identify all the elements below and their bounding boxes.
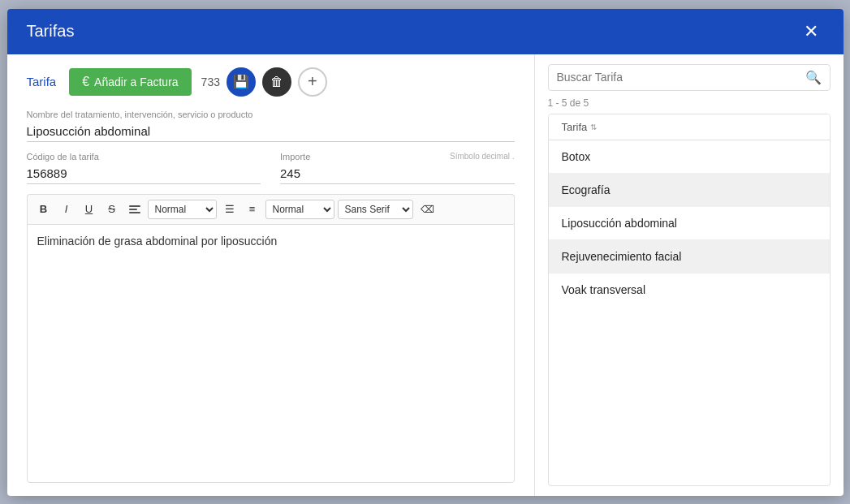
search-icon: 🔍 bbox=[805, 70, 822, 85]
tarifa-table: Tarifa ⇅ BotoxEcografíaLiposucción abdom… bbox=[548, 114, 831, 486]
close-button[interactable]: ✕ bbox=[798, 19, 824, 45]
top-bar: Tarifa € Añadir a Factura 733 💾 🗑 + bbox=[27, 67, 515, 97]
tarifa-row[interactable]: Rejuvenecimiento facial bbox=[549, 240, 830, 274]
invoice-count: 733 bbox=[201, 75, 220, 88]
tarifa-section-label: Tarifa bbox=[27, 75, 57, 88]
eraser-icon: ⌫ bbox=[421, 204, 434, 215]
results-info: 1 - 5 de 5 bbox=[548, 97, 831, 109]
heading-select-2[interactable]: Normal Heading 1 bbox=[265, 200, 334, 219]
plus-icon: + bbox=[308, 72, 317, 91]
strikethrough-button[interactable]: S bbox=[102, 200, 122, 219]
delete-button[interactable]: 🗑 bbox=[262, 67, 291, 97]
name-value[interactable]: Liposucción abdominal bbox=[27, 121, 515, 142]
name-field-group: Nombre del tratamiento, intervención, se… bbox=[27, 110, 515, 142]
ordered-list-icon: ☰ bbox=[225, 203, 235, 215]
trash-icon: 🗑 bbox=[270, 75, 283, 89]
left-panel: Tarifa € Añadir a Factura 733 💾 🗑 + bbox=[7, 54, 535, 496]
add-new-button[interactable]: + bbox=[298, 67, 327, 97]
search-input[interactable] bbox=[557, 71, 805, 84]
tarifa-row[interactable]: Ecografía bbox=[549, 174, 830, 207]
modal-overlay: Tarifas ✕ Tarifa € Añadir a Factura 733 … bbox=[0, 0, 850, 504]
decimal-label: Símbolo decimal . bbox=[450, 152, 514, 161]
editor-toolbar: B I U S Normal Heading 1 Heading 2 bbox=[27, 194, 515, 224]
add-to-invoice-button[interactable]: € Añadir a Factura bbox=[69, 68, 191, 96]
name-label: Nombre del tratamiento, intervención, se… bbox=[27, 110, 515, 119]
heading-select-1[interactable]: Normal Heading 1 Heading 2 bbox=[148, 200, 217, 219]
modal-body: Tarifa € Añadir a Factura 733 💾 🗑 + bbox=[7, 54, 844, 496]
editor-area[interactable]: Eliminación de grasa abdominal por lipos… bbox=[27, 224, 515, 483]
modal-title: Tarifas bbox=[27, 22, 75, 41]
unordered-list-icon: ≡ bbox=[249, 203, 256, 215]
fields-row: Código de la tarifa 156889 Importe 245 S… bbox=[27, 152, 515, 184]
tarifa-table-header[interactable]: Tarifa ⇅ bbox=[549, 114, 830, 140]
align-icon bbox=[129, 205, 140, 213]
underline-button[interactable]: U bbox=[80, 200, 99, 219]
code-value[interactable]: 156889 bbox=[27, 163, 261, 184]
tarifa-column-label: Tarifa bbox=[562, 121, 588, 133]
eraser-button[interactable]: ⌫ bbox=[416, 200, 438, 219]
amount-field: Importe 245 Símbolo decimal . bbox=[280, 152, 515, 184]
unordered-list-button[interactable]: ≡ bbox=[243, 200, 262, 219]
modal: Tarifas ✕ Tarifa € Añadir a Factura 733 … bbox=[7, 9, 844, 496]
modal-header: Tarifas ✕ bbox=[7, 9, 844, 54]
euro-icon: € bbox=[82, 75, 89, 89]
save-icon: 💾 bbox=[233, 74, 249, 89]
italic-button[interactable]: I bbox=[57, 200, 76, 219]
tarifa-row[interactable]: Botox bbox=[549, 140, 830, 174]
sort-icon: ⇅ bbox=[590, 123, 597, 131]
align-button[interactable] bbox=[125, 200, 145, 219]
font-select[interactable]: Sans Serif Serif Monospace bbox=[338, 200, 413, 219]
search-bar: 🔍 bbox=[548, 64, 831, 91]
tarifa-row[interactable]: Liposucción abdominal bbox=[549, 207, 830, 240]
code-field: Código de la tarifa 156889 bbox=[27, 152, 261, 184]
tarifa-rows: BotoxEcografíaLiposucción abdominalRejuv… bbox=[549, 140, 830, 306]
amount-value[interactable]: 245 bbox=[280, 163, 515, 184]
code-label: Código de la tarifa bbox=[27, 152, 261, 162]
tarifa-row[interactable]: Voak transversal bbox=[549, 274, 830, 306]
save-button[interactable]: 💾 bbox=[227, 67, 256, 97]
ordered-list-button[interactable]: ☰ bbox=[220, 200, 239, 219]
right-panel: 🔍 1 - 5 de 5 Tarifa ⇅ BotoxEcografíaLipo… bbox=[535, 54, 844, 496]
bold-button[interactable]: B bbox=[34, 200, 54, 219]
